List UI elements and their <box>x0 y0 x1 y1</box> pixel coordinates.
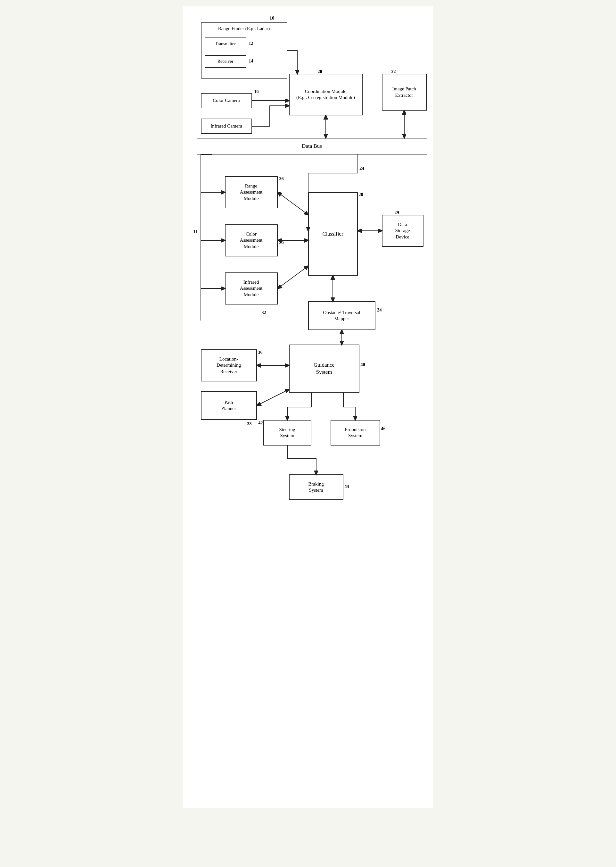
coordination-module-box: Coordination Module(E.g., Co-registratio… <box>289 74 363 115</box>
range-finder-box: Range Finder (E.g., Ladar) Transmitter 1… <box>201 22 288 79</box>
label-32: 32 <box>262 310 266 315</box>
obstacle-mapper-label: Obstacle/ TraversalMapper <box>323 310 360 322</box>
classifier-label: Classifier <box>322 230 343 238</box>
data-storage-label: DataStorageDevice <box>395 222 410 241</box>
path-planner-label: PathPlanner <box>222 400 236 412</box>
guidance-system-label: GuidanceSystem <box>314 362 335 376</box>
label-34: 34 <box>377 308 382 313</box>
label-38: 38 <box>247 422 252 426</box>
label-30: 30 <box>279 241 284 245</box>
steering-system-label: SteeringSystem <box>279 426 295 439</box>
arrow-pathplanner-guidance <box>257 389 289 406</box>
color-camera-box: Color Camera <box>201 93 252 109</box>
arrow-rangefinder-coord <box>288 50 297 74</box>
arrow-guidance-steering <box>288 393 311 420</box>
data-bus-label: Data Bus <box>302 143 322 149</box>
label-29: 29 <box>394 210 399 216</box>
label-20: 20 <box>318 69 322 74</box>
data-bus-box: Data Bus <box>197 138 427 154</box>
transmitter-label: Transmitter <box>215 41 236 47</box>
label-42: 42 <box>259 420 263 426</box>
diagram-container: 10 11 Range Finder (E.g., Ladar) Transmi… <box>183 6 433 808</box>
arrow-guidance-propulsion <box>343 393 355 420</box>
receiver-box: Receiver <box>205 55 246 68</box>
image-patch-extractor-label: Image PatchExtractor <box>392 86 416 98</box>
label-11: 11 <box>193 229 198 234</box>
arrow-steering-braking <box>288 445 316 474</box>
receiver-label: Receiver <box>217 59 234 65</box>
obstacle-mapper-box: Obstacle/ TraversalMapper <box>308 301 376 330</box>
label-22: 22 <box>391 69 396 74</box>
arrow-infrared-coord <box>252 106 289 126</box>
transmitter-box: Transmitter <box>205 38 246 50</box>
propulsion-system-box: PropulsionSystem <box>331 420 380 445</box>
label-36: 36 <box>258 350 263 355</box>
steering-system-box: SteeringSystem <box>263 420 311 445</box>
label-26: 26 <box>279 176 284 181</box>
label-12: 12 <box>249 41 253 46</box>
path-planner-box: PathPlanner <box>201 391 257 420</box>
location-receiver-label: Location-DeterminingReceiver <box>217 356 241 375</box>
coordination-module-label: Coordination Module(E.g., Co-registratio… <box>295 87 357 102</box>
image-patch-extractor-box: Image PatchExtractor <box>382 74 427 110</box>
guidance-system-box: GuidanceSystem <box>289 345 360 393</box>
label-16: 16 <box>255 89 259 94</box>
infrared-assessment-box: InfraredAssessmentModule <box>225 272 278 304</box>
color-assessment-label: ColorAssessmentModule <box>240 231 263 250</box>
label-24-svg: 24 <box>360 166 365 171</box>
color-camera-label: Color Camera <box>213 98 240 104</box>
label-46: 46 <box>381 426 386 431</box>
infrared-assessment-label: InfraredAssessmentModule <box>240 279 263 298</box>
range-assessment-box: RangeAssessmentModule <box>225 176 278 208</box>
label-14: 14 <box>249 58 253 64</box>
label-40: 40 <box>361 362 365 367</box>
infrared-camera-box: Infrared Camera <box>201 119 252 134</box>
color-assessment-box: ColorAssessmentModule <box>225 224 278 256</box>
location-receiver-box: Location-DeterminingReceiver <box>201 349 257 381</box>
propulsion-system-label: PropulsionSystem <box>345 426 366 439</box>
arrow-range-classifier <box>278 192 308 215</box>
braking-system-label: BrakingSystem <box>308 481 324 494</box>
classifier-box: Classifier <box>308 192 358 275</box>
label-28: 28 <box>359 192 363 197</box>
infrared-camera-label: Infrared Camera <box>211 123 242 129</box>
range-finder-label: Range Finder (E.g., Ladar) <box>204 26 284 32</box>
arrow-infrared-classifier <box>278 266 308 288</box>
braking-system-box: BrakingSystem <box>289 474 343 500</box>
range-assessment-label: RangeAssessmentModule <box>240 183 263 202</box>
label-10: 10 <box>270 16 275 21</box>
data-storage-box: DataStorageDevice <box>382 215 423 247</box>
label-44: 44 <box>345 484 349 489</box>
